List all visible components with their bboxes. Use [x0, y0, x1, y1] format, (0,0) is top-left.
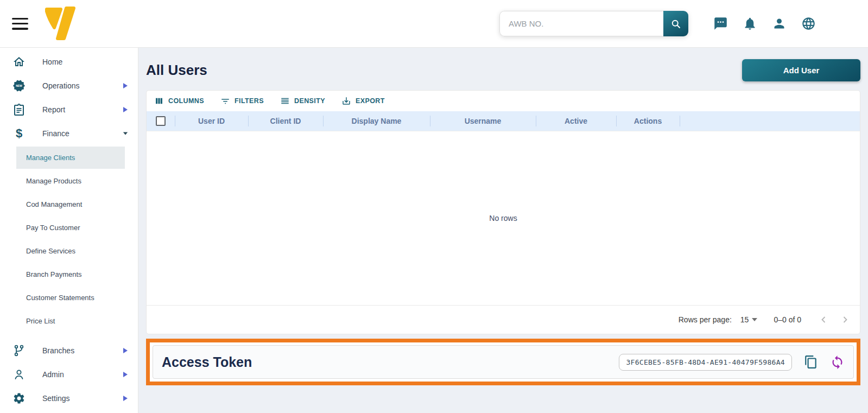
table-toolbar: COLUMNS FILTERS DENSITY EXPORT — [147, 91, 860, 111]
table-header-row: User ID Client ID Display Name Username … — [147, 111, 860, 131]
chevron-right-icon — [123, 395, 128, 402]
sidebar-subitem-customer-statements[interactable]: Customer Statements — [16, 287, 125, 309]
menu-icon[interactable] — [12, 18, 28, 30]
sidebar-item-finance[interactable]: $ Finance — [0, 122, 138, 145]
settings-icon — [12, 392, 26, 405]
branches-icon — [12, 344, 26, 357]
chevron-right-icon — [123, 371, 128, 378]
sidebar-subitem-manage-clients[interactable]: Manage Clients — [16, 147, 125, 169]
column-header-filler — [680, 111, 860, 131]
chevron-right-icon — [123, 347, 128, 354]
search-button[interactable] — [663, 11, 688, 36]
add-user-button[interactable]: Add User — [742, 59, 860, 81]
search-icon — [670, 18, 681, 29]
home-icon — [12, 55, 26, 68]
finance-icon: $ — [12, 127, 26, 140]
column-header-username[interactable]: Username — [430, 111, 536, 131]
empty-state-text: No rows — [489, 214, 517, 223]
sidebar-item-admin[interactable]: Admin — [0, 363, 138, 386]
sidebar-subitem-label: Customer Statements — [26, 294, 94, 302]
language-icon[interactable] — [801, 16, 816, 31]
access-token-highlight: Access Token 3F6CEBE5-85FB-48D4-AE91-404… — [146, 339, 860, 385]
sidebar-subitem-label: Define Services — [26, 247, 75, 255]
sidebar-subitem-cod-management[interactable]: Cod Management — [16, 193, 125, 215]
awb-search-input[interactable] — [499, 11, 663, 36]
density-icon — [280, 96, 290, 106]
access-token-controls: 3F6CEBE5-85FB-48D4-AE91-40479F5986A4 — [619, 354, 848, 371]
sidebar-item-label: Operations — [42, 81, 123, 90]
sidebar-item-label: Home — [42, 58, 128, 66]
refresh-icon — [830, 355, 845, 370]
chat-icon[interactable] — [713, 16, 728, 31]
refresh-token-button[interactable] — [830, 355, 845, 370]
sidebar-item-branches[interactable]: Branches — [0, 339, 138, 363]
sidebar-subitem-define-services[interactable]: Define Services — [16, 240, 125, 262]
columns-button[interactable]: COLUMNS — [154, 96, 204, 106]
copy-token-button[interactable] — [804, 355, 818, 369]
sidebar-subitem-label: Cod Management — [26, 200, 82, 208]
column-header-actions[interactable]: Actions — [616, 111, 680, 131]
main-content: All Users Add User COLUMNS FILTERS DE — [138, 48, 868, 413]
sidebar-subitem-price-list[interactable]: Price List — [16, 310, 125, 332]
chevron-right-icon — [840, 314, 851, 325]
sidebar-item-operations[interactable]: NEW Operations — [0, 74, 138, 98]
table-body: No rows — [147, 131, 860, 305]
sidebar-subitem-branch-payments[interactable]: Branch Payments — [16, 263, 125, 285]
columns-icon — [154, 96, 164, 106]
chevron-down-icon — [123, 130, 128, 137]
caret-down-icon — [752, 318, 757, 321]
profile-icon[interactable] — [772, 16, 787, 31]
select-all-checkbox[interactable] — [147, 111, 175, 131]
topbar-icons — [713, 16, 816, 31]
column-header-active[interactable]: Active — [536, 111, 616, 131]
next-page-button[interactable] — [837, 312, 853, 328]
report-icon — [12, 103, 26, 116]
export-icon — [341, 96, 351, 106]
table-pagination: Rows per page: 15 0–0 of 0 — [147, 305, 860, 334]
access-token-title: Access Token — [162, 354, 252, 370]
top-bar — [0, 0, 868, 48]
sidebar: Home NEW Operations — [0, 48, 138, 413]
previous-page-button[interactable] — [815, 312, 832, 328]
rows-per-page-select[interactable]: 15 — [740, 315, 758, 324]
chevron-right-icon — [123, 82, 128, 89]
new-badge-icon: NEW — [12, 79, 26, 92]
column-header-client-id[interactable]: Client ID — [248, 111, 323, 131]
sidebar-subitem-label: Manage Products — [26, 177, 81, 185]
sidebar-item-label: Admin — [42, 370, 123, 379]
filters-button[interactable]: FILTERS — [220, 96, 264, 106]
rows-per-page-label: Rows per page: — [679, 315, 732, 324]
sidebar-item-report[interactable]: Report — [0, 98, 138, 122]
brand-logo-icon — [42, 6, 76, 42]
sidebar-subitem-label: Branch Payments — [26, 270, 82, 278]
access-token-value[interactable]: 3F6CEBE5-85FB-48D4-AE91-40479F5986A4 — [619, 354, 792, 371]
sidebar-subitem-pay-to-customer[interactable]: Pay To Customer — [16, 217, 125, 239]
admin-icon — [12, 368, 26, 381]
export-button[interactable]: EXPORT — [341, 96, 385, 106]
sidebar-item-settings[interactable]: Settings — [0, 386, 138, 410]
app-root: Home NEW Operations — [0, 0, 868, 413]
title-row: All Users Add User — [146, 55, 860, 85]
sidebar-subitem-manage-products[interactable]: Manage Products — [16, 170, 125, 192]
chevron-left-icon — [818, 314, 829, 325]
svg-text:$: $ — [16, 127, 22, 140]
sidebar-item-label: Settings — [42, 394, 123, 403]
layout: Home NEW Operations — [0, 48, 868, 413]
notifications-icon[interactable] — [743, 16, 757, 31]
access-token-panel: Access Token 3F6CEBE5-85FB-48D4-AE91-404… — [153, 345, 854, 379]
column-header-display-name[interactable]: Display Name — [323, 111, 430, 131]
sidebar-subitem-label: Manage Clients — [26, 154, 75, 162]
svg-text:NEW: NEW — [16, 84, 22, 87]
density-button[interactable]: DENSITY — [280, 96, 325, 106]
sidebar-item-label: Branches — [42, 346, 123, 355]
sidebar-subitem-label: Price List — [26, 317, 55, 325]
chevron-right-icon — [123, 106, 128, 113]
filters-icon — [220, 96, 230, 106]
sidebar-item-label: Report — [42, 105, 123, 114]
sidebar-item-label: Finance — [42, 129, 123, 138]
sidebar-item-home[interactable]: Home — [0, 50, 138, 74]
page-title: All Users — [146, 62, 207, 79]
column-header-user-id[interactable]: User ID — [175, 111, 248, 131]
pagination-range: 0–0 of 0 — [774, 315, 801, 324]
users-table: COLUMNS FILTERS DENSITY EXPORT — [146, 90, 860, 334]
